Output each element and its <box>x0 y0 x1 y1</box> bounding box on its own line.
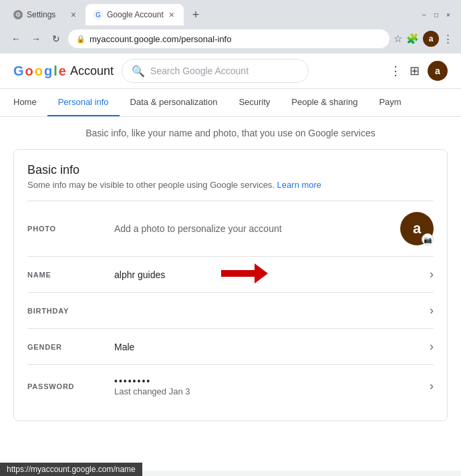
bookmark-icon[interactable]: ☆ <box>394 33 402 45</box>
search-icon: 🔍 <box>132 65 145 78</box>
search-box[interactable]: 🔍 Search Google Account <box>122 59 309 83</box>
address-input[interactable]: 🔒 myaccount.google.com/personal-info <box>68 29 390 48</box>
tab-data-personalization[interactable]: Data & personalization <box>120 89 228 117</box>
google-account-tab-icon: G <box>94 10 103 19</box>
tab-personal-info[interactable]: Personal info <box>47 89 120 117</box>
address-bar: ← → ↻ 🔒 myaccount.google.com/personal-in… <box>0 25 461 53</box>
address-text: myaccount.google.com/personal-info <box>90 34 381 44</box>
browser-chrome: ⚙ Settings × G Google Account × + − □ × … <box>0 0 461 53</box>
more-options-icon[interactable]: ⋮ <box>390 64 402 78</box>
status-bar: https://myaccount.google.com/name <box>0 463 142 476</box>
google-account-header: Google Account 🔍 Search Google Account ⋮… <box>0 53 461 89</box>
password-row[interactable]: PASSWORD •••••••• Last changed Jan 3 › <box>27 364 434 407</box>
tab-settings[interactable]: ⚙ Settings × <box>5 4 86 25</box>
password-value-wrap: •••••••• Last changed Jan 3 <box>114 376 430 396</box>
tab-settings-label: Settings <box>27 10 65 19</box>
gender-value: Male <box>114 342 134 352</box>
basic-info-card: Basic info Some info may be visible to o… <box>13 149 448 421</box>
password-last-changed: Last changed Jan 3 <box>114 386 430 396</box>
new-tab-button[interactable]: + <box>186 5 205 24</box>
apps-grid-icon[interactable]: ⊞ <box>410 64 420 78</box>
gender-label: GENDER <box>27 343 114 351</box>
password-label: PASSWORD <box>27 382 114 390</box>
camera-badge: 📷 <box>422 233 434 245</box>
logo-g: G <box>13 64 24 79</box>
svg-marker-0 <box>221 263 268 283</box>
search-placeholder-text: Search Google Account <box>150 66 249 76</box>
status-url: https://myaccount.google.com/name <box>7 465 136 474</box>
logo-l: l <box>53 64 57 79</box>
page-subtitle: Basic info, like your name and photo, th… <box>13 128 448 138</box>
user-avatar[interactable]: a <box>428 61 448 81</box>
logo-g2: g <box>44 64 52 79</box>
close-button[interactable]: × <box>444 10 453 19</box>
header-actions: ⋮ ⊞ a <box>390 61 448 81</box>
tab-people-sharing[interactable]: People & sharing <box>281 89 368 117</box>
google-logo: Google Account <box>13 64 114 79</box>
tab-home[interactable]: Home <box>13 89 47 117</box>
page-content: Google Account 🔍 Search Google Account ⋮… <box>0 53 461 471</box>
refresh-button[interactable]: ↻ <box>48 31 64 47</box>
logo-account-text: Account <box>70 64 114 78</box>
settings-tab-icon: ⚙ <box>13 10 23 19</box>
address-actions: ☆ 🧩 a ⋮ <box>394 31 453 47</box>
birthday-chevron: › <box>430 304 434 318</box>
tab-settings-close[interactable]: × <box>69 8 78 21</box>
back-button[interactable]: ← <box>8 31 24 47</box>
card-description: Some info may be visible to other people… <box>27 180 434 190</box>
card-desc-text: Some info may be visible to other people… <box>27 180 275 190</box>
password-chevron: › <box>430 379 434 393</box>
minimize-button[interactable]: − <box>420 10 429 19</box>
forward-button[interactable]: → <box>28 31 44 47</box>
logo-e: e <box>59 64 66 79</box>
menu-icon[interactable]: ⋮ <box>443 33 453 45</box>
logo-o2: o <box>35 64 43 79</box>
nav-tabs: Home Personal info Data & personalizatio… <box>0 89 461 117</box>
tab-google-account[interactable]: G Google Account × <box>86 4 184 25</box>
puzzle-icon[interactable]: 🧩 <box>406 33 419 45</box>
maximize-button[interactable]: □ <box>432 10 441 19</box>
logo-o1: o <box>25 64 33 79</box>
password-dots: •••••••• <box>114 376 430 386</box>
name-arrow-annotation <box>221 263 268 286</box>
birthday-label: BIRTHDAY <box>27 307 114 315</box>
gender-row[interactable]: GENDER Male › <box>27 328 434 364</box>
profile-button[interactable]: a <box>423 31 439 47</box>
window-controls: − □ × <box>420 10 456 19</box>
photo-row[interactable]: PHOTO Add a photo to personalize your ac… <box>27 201 434 256</box>
tab-security[interactable]: Security <box>228 89 281 117</box>
name-row[interactable]: NAME alphr guides › <box>27 256 434 292</box>
tab-google-account-label: Google Account <box>107 10 164 19</box>
tab-google-account-close[interactable]: × <box>168 8 176 21</box>
name-chevron: › <box>430 267 434 281</box>
photo-value: Add a photo to personalize your account <box>114 223 400 234</box>
photo-label: PHOTO <box>27 225 114 233</box>
lock-icon: 🔒 <box>76 35 86 43</box>
name-label: NAME <box>27 271 114 279</box>
gender-chevron: › <box>430 340 434 354</box>
photo-avatar-wrap[interactable]: a 📷 <box>400 212 434 245</box>
name-value: alphr guides <box>114 269 165 280</box>
learn-more-link[interactable]: Learn more <box>277 180 321 190</box>
card-title: Basic info <box>27 163 434 177</box>
main-content: Basic info, like your name and photo, th… <box>0 117 461 432</box>
tab-payments[interactable]: Paym <box>368 89 412 117</box>
title-bar: ⚙ Settings × G Google Account × + − □ × <box>0 0 461 25</box>
birthday-row[interactable]: BIRTHDAY › <box>27 292 434 328</box>
